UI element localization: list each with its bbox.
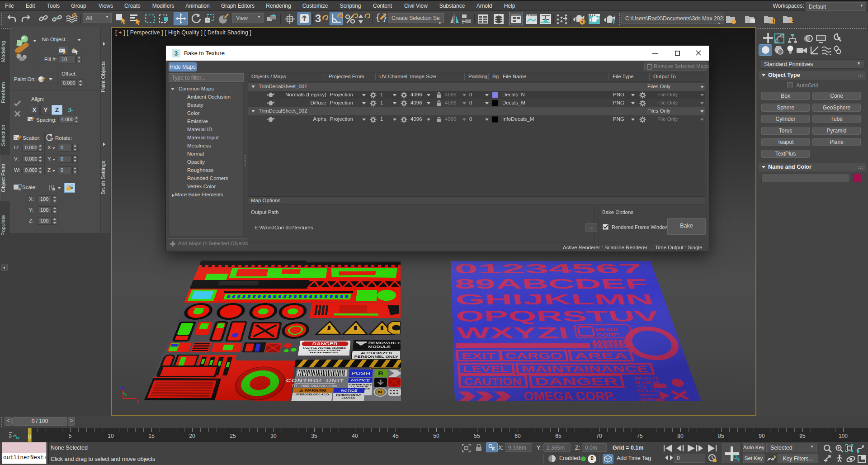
svg-text:x: x	[137, 399, 139, 404]
svg-text:3: 3	[175, 50, 178, 57]
svg-text:z: z	[119, 384, 122, 389]
